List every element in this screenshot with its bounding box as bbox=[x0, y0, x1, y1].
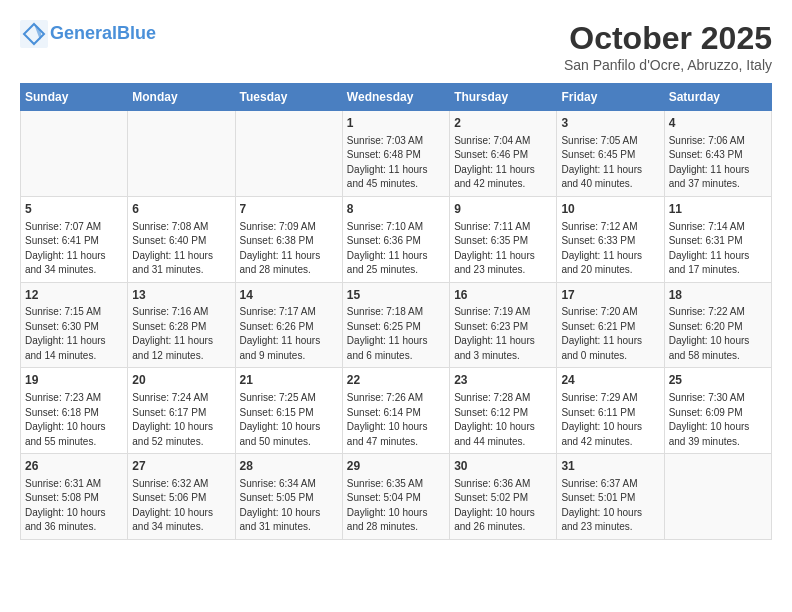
day-number: 13 bbox=[132, 287, 230, 304]
calendar-cell: 23Sunrise: 7:28 AM Sunset: 6:12 PM Dayli… bbox=[450, 368, 557, 454]
weekday-header: Tuesday bbox=[235, 84, 342, 111]
day-info: Sunrise: 7:29 AM Sunset: 6:11 PM Dayligh… bbox=[561, 391, 659, 449]
calendar-cell: 19Sunrise: 7:23 AM Sunset: 6:18 PM Dayli… bbox=[21, 368, 128, 454]
day-info: Sunrise: 6:32 AM Sunset: 5:06 PM Dayligh… bbox=[132, 477, 230, 535]
day-info: Sunrise: 7:10 AM Sunset: 6:36 PM Dayligh… bbox=[347, 220, 445, 278]
weekday-header: Saturday bbox=[664, 84, 771, 111]
day-number: 22 bbox=[347, 372, 445, 389]
day-info: Sunrise: 7:25 AM Sunset: 6:15 PM Dayligh… bbox=[240, 391, 338, 449]
day-info: Sunrise: 7:17 AM Sunset: 6:26 PM Dayligh… bbox=[240, 305, 338, 363]
day-info: Sunrise: 7:05 AM Sunset: 6:45 PM Dayligh… bbox=[561, 134, 659, 192]
day-info: Sunrise: 7:26 AM Sunset: 6:14 PM Dayligh… bbox=[347, 391, 445, 449]
day-number: 14 bbox=[240, 287, 338, 304]
calendar-table: SundayMondayTuesdayWednesdayThursdayFrid… bbox=[20, 83, 772, 540]
day-info: Sunrise: 7:28 AM Sunset: 6:12 PM Dayligh… bbox=[454, 391, 552, 449]
calendar-cell: 29Sunrise: 6:35 AM Sunset: 5:04 PM Dayli… bbox=[342, 454, 449, 540]
calendar-cell: 30Sunrise: 6:36 AM Sunset: 5:02 PM Dayli… bbox=[450, 454, 557, 540]
day-number: 27 bbox=[132, 458, 230, 475]
weekday-header: Monday bbox=[128, 84, 235, 111]
day-number: 12 bbox=[25, 287, 123, 304]
day-info: Sunrise: 6:31 AM Sunset: 5:08 PM Dayligh… bbox=[25, 477, 123, 535]
calendar-cell: 5Sunrise: 7:07 AM Sunset: 6:41 PM Daylig… bbox=[21, 196, 128, 282]
calendar-cell bbox=[128, 111, 235, 197]
calendar-cell: 2Sunrise: 7:04 AM Sunset: 6:46 PM Daylig… bbox=[450, 111, 557, 197]
day-number: 2 bbox=[454, 115, 552, 132]
calendar-cell: 11Sunrise: 7:14 AM Sunset: 6:31 PM Dayli… bbox=[664, 196, 771, 282]
day-number: 31 bbox=[561, 458, 659, 475]
logo-text: GeneralBlue bbox=[50, 23, 156, 45]
day-info: Sunrise: 6:36 AM Sunset: 5:02 PM Dayligh… bbox=[454, 477, 552, 535]
day-number: 28 bbox=[240, 458, 338, 475]
calendar-cell: 17Sunrise: 7:20 AM Sunset: 6:21 PM Dayli… bbox=[557, 282, 664, 368]
day-number: 4 bbox=[669, 115, 767, 132]
calendar-cell: 26Sunrise: 6:31 AM Sunset: 5:08 PM Dayli… bbox=[21, 454, 128, 540]
day-info: Sunrise: 7:22 AM Sunset: 6:20 PM Dayligh… bbox=[669, 305, 767, 363]
calendar-cell: 31Sunrise: 6:37 AM Sunset: 5:01 PM Dayli… bbox=[557, 454, 664, 540]
calendar-week-row: 1Sunrise: 7:03 AM Sunset: 6:48 PM Daylig… bbox=[21, 111, 772, 197]
calendar-cell: 7Sunrise: 7:09 AM Sunset: 6:38 PM Daylig… bbox=[235, 196, 342, 282]
weekday-header: Wednesday bbox=[342, 84, 449, 111]
day-number: 16 bbox=[454, 287, 552, 304]
day-number: 8 bbox=[347, 201, 445, 218]
day-number: 19 bbox=[25, 372, 123, 389]
day-number: 1 bbox=[347, 115, 445, 132]
calendar-cell: 22Sunrise: 7:26 AM Sunset: 6:14 PM Dayli… bbox=[342, 368, 449, 454]
day-info: Sunrise: 7:07 AM Sunset: 6:41 PM Dayligh… bbox=[25, 220, 123, 278]
calendar-cell bbox=[21, 111, 128, 197]
calendar-cell: 8Sunrise: 7:10 AM Sunset: 6:36 PM Daylig… bbox=[342, 196, 449, 282]
calendar-week-row: 12Sunrise: 7:15 AM Sunset: 6:30 PM Dayli… bbox=[21, 282, 772, 368]
calendar-cell: 4Sunrise: 7:06 AM Sunset: 6:43 PM Daylig… bbox=[664, 111, 771, 197]
calendar-week-row: 19Sunrise: 7:23 AM Sunset: 6:18 PM Dayli… bbox=[21, 368, 772, 454]
calendar-cell: 3Sunrise: 7:05 AM Sunset: 6:45 PM Daylig… bbox=[557, 111, 664, 197]
day-info: Sunrise: 7:18 AM Sunset: 6:25 PM Dayligh… bbox=[347, 305, 445, 363]
logo: GeneralBlue bbox=[20, 20, 156, 48]
calendar-cell: 20Sunrise: 7:24 AM Sunset: 6:17 PM Dayli… bbox=[128, 368, 235, 454]
location-subtitle: San Panfilo d'Ocre, Abruzzo, Italy bbox=[564, 57, 772, 73]
calendar-cell bbox=[235, 111, 342, 197]
day-number: 5 bbox=[25, 201, 123, 218]
day-info: Sunrise: 7:20 AM Sunset: 6:21 PM Dayligh… bbox=[561, 305, 659, 363]
calendar-week-row: 26Sunrise: 6:31 AM Sunset: 5:08 PM Dayli… bbox=[21, 454, 772, 540]
day-info: Sunrise: 7:04 AM Sunset: 6:46 PM Dayligh… bbox=[454, 134, 552, 192]
calendar-cell: 14Sunrise: 7:17 AM Sunset: 6:26 PM Dayli… bbox=[235, 282, 342, 368]
page-header: GeneralBlue October 2025 San Panfilo d'O… bbox=[20, 20, 772, 73]
calendar-cell: 18Sunrise: 7:22 AM Sunset: 6:20 PM Dayli… bbox=[664, 282, 771, 368]
calendar-cell: 25Sunrise: 7:30 AM Sunset: 6:09 PM Dayli… bbox=[664, 368, 771, 454]
day-info: Sunrise: 7:19 AM Sunset: 6:23 PM Dayligh… bbox=[454, 305, 552, 363]
day-info: Sunrise: 7:30 AM Sunset: 6:09 PM Dayligh… bbox=[669, 391, 767, 449]
day-number: 20 bbox=[132, 372, 230, 389]
calendar-cell: 13Sunrise: 7:16 AM Sunset: 6:28 PM Dayli… bbox=[128, 282, 235, 368]
day-info: Sunrise: 7:09 AM Sunset: 6:38 PM Dayligh… bbox=[240, 220, 338, 278]
logo-icon bbox=[20, 20, 48, 48]
day-number: 30 bbox=[454, 458, 552, 475]
day-number: 24 bbox=[561, 372, 659, 389]
calendar-cell: 10Sunrise: 7:12 AM Sunset: 6:33 PM Dayli… bbox=[557, 196, 664, 282]
day-number: 25 bbox=[669, 372, 767, 389]
day-number: 7 bbox=[240, 201, 338, 218]
month-title: October 2025 bbox=[564, 20, 772, 57]
weekday-header: Thursday bbox=[450, 84, 557, 111]
weekday-header-row: SundayMondayTuesdayWednesdayThursdayFrid… bbox=[21, 84, 772, 111]
day-number: 21 bbox=[240, 372, 338, 389]
calendar-cell: 28Sunrise: 6:34 AM Sunset: 5:05 PM Dayli… bbox=[235, 454, 342, 540]
calendar-cell: 21Sunrise: 7:25 AM Sunset: 6:15 PM Dayli… bbox=[235, 368, 342, 454]
day-info: Sunrise: 7:08 AM Sunset: 6:40 PM Dayligh… bbox=[132, 220, 230, 278]
calendar-cell: 12Sunrise: 7:15 AM Sunset: 6:30 PM Dayli… bbox=[21, 282, 128, 368]
day-number: 29 bbox=[347, 458, 445, 475]
day-info: Sunrise: 7:11 AM Sunset: 6:35 PM Dayligh… bbox=[454, 220, 552, 278]
day-number: 15 bbox=[347, 287, 445, 304]
day-info: Sunrise: 7:16 AM Sunset: 6:28 PM Dayligh… bbox=[132, 305, 230, 363]
calendar-cell: 1Sunrise: 7:03 AM Sunset: 6:48 PM Daylig… bbox=[342, 111, 449, 197]
day-number: 17 bbox=[561, 287, 659, 304]
day-info: Sunrise: 6:37 AM Sunset: 5:01 PM Dayligh… bbox=[561, 477, 659, 535]
day-number: 23 bbox=[454, 372, 552, 389]
day-info: Sunrise: 7:12 AM Sunset: 6:33 PM Dayligh… bbox=[561, 220, 659, 278]
day-number: 6 bbox=[132, 201, 230, 218]
day-info: Sunrise: 7:03 AM Sunset: 6:48 PM Dayligh… bbox=[347, 134, 445, 192]
calendar-cell: 24Sunrise: 7:29 AM Sunset: 6:11 PM Dayli… bbox=[557, 368, 664, 454]
title-section: October 2025 San Panfilo d'Ocre, Abruzzo… bbox=[564, 20, 772, 73]
day-info: Sunrise: 7:24 AM Sunset: 6:17 PM Dayligh… bbox=[132, 391, 230, 449]
calendar-cell: 16Sunrise: 7:19 AM Sunset: 6:23 PM Dayli… bbox=[450, 282, 557, 368]
day-info: Sunrise: 6:35 AM Sunset: 5:04 PM Dayligh… bbox=[347, 477, 445, 535]
weekday-header: Friday bbox=[557, 84, 664, 111]
